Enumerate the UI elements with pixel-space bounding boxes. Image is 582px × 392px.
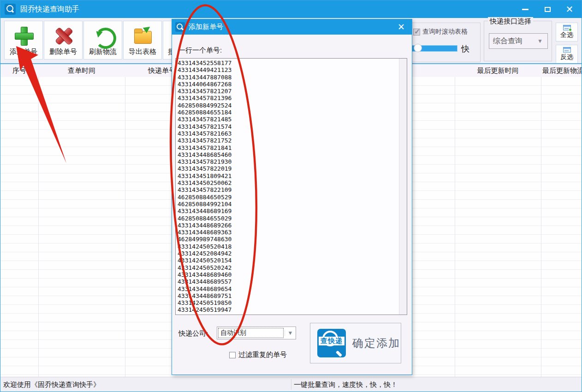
header-last-update-logistics[interactable]: 最后更新物流: [542, 66, 582, 75]
speed-label: 快: [461, 43, 469, 54]
checkbox-unchecked-icon: [229, 352, 236, 358]
status-slogan-text: 一键批量查询，速度快，快，快！: [294, 380, 398, 389]
window-title: 固乔快递查询助手: [20, 5, 79, 14]
add-plus-icon: [13, 25, 34, 46]
export-table-button[interactable]: 导出表格: [123, 21, 162, 59]
minimize-icon: [522, 9, 529, 10]
refresh-logistics-button[interactable]: 刷新物流: [83, 21, 122, 59]
dialog-logo-icon: [175, 22, 185, 32]
api-select-dropdown[interactable]: 综合查询 ▼: [489, 33, 548, 49]
filter-duplicates-checkbox[interactable]: 过滤重复的单号: [229, 350, 287, 359]
one-per-line-label: 一行一个单号:: [178, 46, 222, 55]
export-folder-icon: [132, 25, 153, 46]
query-options-group: 查询时滚动表格 快: [409, 23, 481, 62]
status-welcome-text: 欢迎使用《固乔快递查询快手》: [3, 380, 100, 389]
textarea-scrollbar[interactable]: [399, 59, 407, 315]
company-dropdown[interactable]: 自动识别 ▼: [217, 327, 296, 339]
add-number-label: 添加单号: [10, 48, 37, 56]
header-last-update-time[interactable]: 最后更新时间: [455, 66, 541, 75]
app-logo-icon: [5, 4, 16, 15]
invert-select-icon: [563, 47, 571, 53]
logo-text: 查快递: [321, 337, 343, 345]
dialog-titlebar: 添加新单号 ✕: [172, 19, 412, 35]
status-bar: 欢迎使用《固乔快递查询快手》 一键批量查询，速度快，快，快！: [0, 377, 582, 392]
company-label: 快递公司:: [178, 329, 208, 338]
api-group-title: 快递接口选择: [488, 17, 533, 26]
confirm-add-button[interactable]: 查快递 确定添加: [310, 323, 401, 363]
delete-number-button[interactable]: 删除单号: [44, 21, 83, 59]
delete-x-icon: [53, 25, 73, 46]
export-table-label: 导出表格: [129, 48, 156, 56]
delete-number-label: 删除单号: [49, 48, 77, 56]
chevron-down-icon: ▼: [285, 330, 296, 336]
scroll-table-label: 查询时滚动表格: [422, 28, 468, 36]
company-selected-value: 自动识别: [218, 328, 284, 338]
filter-duplicates-label: 过滤重复的单号: [238, 350, 287, 359]
header-index[interactable]: 序号: [0, 66, 38, 75]
tracking-numbers-input[interactable]: [176, 59, 399, 315]
refresh-logistics-label: 刷新物流: [89, 48, 117, 56]
checkbox-checked-icon: [413, 29, 420, 36]
confirm-add-label: 确定添加: [352, 336, 400, 350]
chevron-down-icon: ▼: [537, 38, 547, 44]
header-query-time[interactable]: 查单时间: [38, 66, 125, 75]
api-select-group: 快递接口选择 综合查询 ▼: [484, 21, 552, 61]
chakuaidi-logo-icon: 查快递: [317, 329, 346, 357]
dialog-close-button[interactable]: ✕: [393, 19, 409, 35]
tracking-numbers-box: [175, 58, 407, 315]
select-all-label: 全选: [560, 31, 573, 39]
select-all-icon: [563, 25, 571, 30]
invert-select-button[interactable]: 反选: [556, 45, 578, 64]
scroll-table-checkbox[interactable]: 查询时滚动表格: [413, 28, 468, 36]
add-number-button[interactable]: 添加单号: [4, 21, 43, 59]
api-selected-value: 综合查询: [489, 36, 537, 46]
minimize-button[interactable]: [516, 2, 534, 16]
select-all-button[interactable]: 全选: [556, 23, 578, 42]
titlebar: 固乔快递查询助手 ✕: [0, 0, 582, 18]
speed-slider-thumb[interactable]: [414, 44, 422, 52]
maximize-button[interactable]: [538, 2, 557, 16]
invert-select-label: 反选: [560, 53, 573, 61]
maximize-icon: [545, 7, 551, 12]
status-divider: [291, 379, 291, 390]
refresh-icon: [93, 25, 113, 46]
dialog-title: 添加新单号: [189, 23, 223, 31]
add-number-dialog: 添加新单号 ✕ 一行一个单号: 快递公司: 自动识别 ▼ 过滤重复的单号 查快递…: [172, 19, 412, 375]
close-button[interactable]: ✕: [560, 2, 579, 16]
